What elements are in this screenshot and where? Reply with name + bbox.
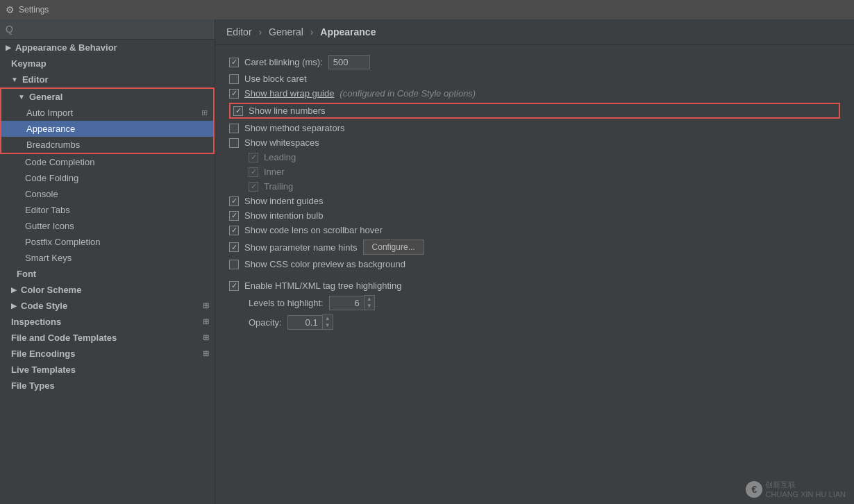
sidebar-item-gutter-icons[interactable]: Gutter Icons xyxy=(0,218,215,234)
sidebar-item-label: Appearance xyxy=(26,124,75,134)
title-text: Settings xyxy=(19,5,49,15)
sidebar-item-label: Auto Import xyxy=(26,108,73,118)
leading-checkbox[interactable] xyxy=(249,153,258,162)
show-code-lens-checkbox[interactable] xyxy=(229,226,239,235)
settings-content: Caret blinking (ms): Use block caret Sho… xyxy=(215,45,854,504)
show-method-separators-checkbox[interactable] xyxy=(229,124,239,133)
sidebar-item-smart-keys[interactable]: Smart Keys xyxy=(0,250,215,266)
sidebar-item-appearance-behavior[interactable]: ▶ Appearance & Behavior xyxy=(0,40,215,56)
search-input[interactable] xyxy=(16,24,209,35)
sidebar-item-live-templates[interactable]: Live Templates xyxy=(0,362,215,378)
sidebar-item-file-types[interactable]: File Types xyxy=(0,378,215,394)
inner-row: Inner xyxy=(229,167,840,177)
inner-label: Inner xyxy=(264,167,285,177)
configure-button[interactable]: Configure... xyxy=(363,240,424,255)
show-intention-bulb-row: Show intention bulb xyxy=(229,210,840,221)
sidebar-item-general[interactable]: ▼ General xyxy=(1,89,213,105)
trailing-checkbox[interactable] xyxy=(249,182,258,192)
show-css-color-label: Show CSS color preview as background xyxy=(244,259,405,269)
expand-arrow-icon: ▼ xyxy=(18,93,25,101)
levels-spinner-arrows[interactable]: ▲ ▼ xyxy=(364,295,375,310)
inner-checkbox[interactable] xyxy=(249,167,258,177)
show-code-lens-row: Show code lens on scrollbar hover xyxy=(229,225,840,235)
sidebar-item-code-style[interactable]: ▶ Code Style ⊞ xyxy=(0,298,215,314)
sidebar-item-label: Live Templates xyxy=(11,364,76,375)
breadcrumb-editor: Editor xyxy=(226,26,252,37)
show-indent-guides-label: Show indent guides xyxy=(244,196,323,206)
sidebar-item-editor[interactable]: ▼ Editor xyxy=(0,72,215,87)
opacity-spinner[interactable]: ▲ ▼ xyxy=(287,314,333,330)
trailing-row: Trailing xyxy=(229,181,840,192)
sidebar-item-appearance[interactable]: Appearance xyxy=(1,121,213,137)
breadcrumb-general: General xyxy=(269,26,303,37)
search-icon: Q xyxy=(6,24,13,35)
sidebar-item-inspections[interactable]: Inspections ⊞ xyxy=(0,314,215,330)
modified-icon: ⊞ xyxy=(201,108,208,117)
sidebar-item-console[interactable]: Console xyxy=(0,186,215,202)
show-hard-wrap-label: Show hard wrap guide xyxy=(244,88,334,99)
sidebar-item-color-scheme[interactable]: ▶ Color Scheme xyxy=(0,282,215,298)
sidebar-item-label: File Types xyxy=(11,380,55,391)
show-intention-bulb-label: Show intention bulb xyxy=(244,210,323,221)
sidebar-item-label: Code Completion xyxy=(25,157,94,167)
levels-input[interactable] xyxy=(329,296,364,310)
highlighted-group: ▼ General Auto Import ⊞ Appearance Bread… xyxy=(0,87,215,154)
levels-spinner[interactable]: ▲ ▼ xyxy=(329,295,375,310)
show-whitespaces-row: Show whitespaces xyxy=(229,137,840,148)
show-indent-guides-checkbox[interactable] xyxy=(229,196,239,206)
show-css-color-checkbox[interactable] xyxy=(229,260,239,269)
sidebar-item-font[interactable]: Font xyxy=(0,266,215,282)
levels-to-highlight-label: Levels to highlight: xyxy=(249,298,324,308)
watermark-logo: € xyxy=(746,481,762,498)
sidebar-item-code-folding[interactable]: Code Folding xyxy=(0,170,215,186)
opacity-down-arrow[interactable]: ▼ xyxy=(323,322,333,329)
breadcrumb-appearance: Appearance xyxy=(320,26,376,37)
show-intention-bulb-checkbox[interactable] xyxy=(229,211,239,221)
modified-icon: ⊞ xyxy=(203,333,209,342)
expand-arrow-icon: ▼ xyxy=(11,76,18,83)
sidebar-item-postfix-completion[interactable]: Postfix Completion xyxy=(0,234,215,250)
spacer xyxy=(229,274,840,280)
opacity-spinner-arrows[interactable]: ▲ ▼ xyxy=(322,314,333,330)
show-line-numbers-label: Show line numbers xyxy=(249,106,326,116)
opacity-input[interactable] xyxy=(287,315,322,330)
sidebar-item-label: Code Style xyxy=(21,301,67,311)
sidebar-item-auto-import[interactable]: Auto Import ⊞ xyxy=(1,105,213,121)
show-param-hints-label: Show parameter name hints xyxy=(244,242,358,253)
show-method-separators-label: Show method separators xyxy=(244,123,345,133)
show-hard-wrap-note: (configured in Code Style options) xyxy=(340,88,476,99)
sidebar-item-file-code-templates[interactable]: File and Code Templates ⊞ xyxy=(0,330,215,346)
sidebar-tree: ▶ Appearance & Behavior Keymap ▼ Editor … xyxy=(0,40,215,504)
levels-up-arrow[interactable]: ▲ xyxy=(365,296,374,303)
sidebar-item-label: General xyxy=(29,92,62,102)
show-hard-wrap-checkbox[interactable] xyxy=(229,89,239,99)
leading-row: Leading xyxy=(229,152,840,162)
sidebar-item-label: Font xyxy=(17,269,36,279)
sidebar: Q ▶ Appearance & Behavior Keymap ▼ Edito… xyxy=(0,19,215,504)
sidebar-item-label: Inspections xyxy=(11,317,61,327)
sidebar-item-breadcrumbs[interactable]: Breadcrumbs xyxy=(1,137,213,153)
show-whitespaces-label: Show whitespaces xyxy=(244,137,319,148)
breadcrumb-sep-2: › xyxy=(310,26,314,37)
use-block-caret-checkbox[interactable] xyxy=(229,74,239,84)
right-panel: Editor › General › Appearance Caret blin… xyxy=(215,19,854,504)
show-param-hints-checkbox[interactable] xyxy=(229,242,239,252)
show-line-numbers-row: Show line numbers xyxy=(229,103,840,119)
use-block-caret-label: Use block caret xyxy=(244,74,307,84)
expand-arrow-icon: ▶ xyxy=(6,44,11,51)
sidebar-item-keymap[interactable]: Keymap xyxy=(0,56,215,72)
opacity-up-arrow[interactable]: ▲ xyxy=(323,315,333,322)
sidebar-item-file-encodings[interactable]: File Encodings ⊞ xyxy=(0,346,215,362)
caret-blinking-checkbox[interactable] xyxy=(229,58,239,67)
sidebar-item-editor-tabs[interactable]: Editor Tabs xyxy=(0,202,215,218)
sidebar-item-code-completion[interactable]: Code Completion xyxy=(0,154,215,170)
sidebar-item-label: File Encodings xyxy=(11,348,75,359)
enable-html-tag-checkbox[interactable] xyxy=(229,281,239,291)
show-indent-guides-row: Show indent guides xyxy=(229,196,840,206)
search-bar[interactable]: Q xyxy=(0,19,215,40)
show-whitespaces-checkbox[interactable] xyxy=(229,138,239,148)
watermark-text: 创新互联CHUANG XIN HU LIAN xyxy=(765,480,846,498)
levels-down-arrow[interactable]: ▼ xyxy=(365,303,374,310)
show-line-numbers-checkbox[interactable] xyxy=(233,106,243,116)
caret-blinking-input[interactable] xyxy=(328,55,370,69)
